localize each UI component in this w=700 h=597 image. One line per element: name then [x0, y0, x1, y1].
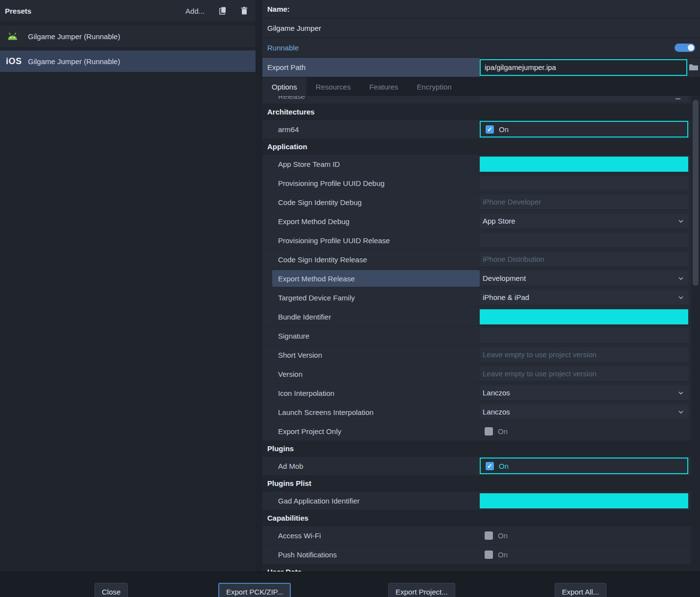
option-row-version[interactable]: VersionLeave empty to use project versio…	[262, 365, 691, 384]
dropdown-export-method-debug[interactable]: App Store	[480, 214, 688, 229]
option-row-provisioning-profile-uuid-debug[interactable]: Provisioning Profile UUID Debug	[262, 174, 691, 193]
option-row-code-sign-identity-debug[interactable]: Code Sign Identity DebugiPhone Developer	[262, 193, 691, 212]
option-value-cell: Lanczos	[480, 403, 691, 421]
export-all-button[interactable]: Export All...	[555, 583, 607, 597]
browse-path-button[interactable]	[687, 64, 700, 71]
presets-panel: Presets Add... Gilgame Jumper (Run	[0, 0, 256, 572]
checkbox-push-notifications[interactable]	[485, 551, 493, 559]
text-field-provisioning-profile-uuid-debug[interactable]	[480, 176, 688, 191]
option-row-release-partial: Release	[262, 96, 691, 104]
option-label-cell: Targeted Device Family	[262, 288, 480, 307]
dropdown-launch-screens-interpolation[interactable]: Lanczos	[480, 405, 688, 420]
field-placeholder: iPhone Distribution	[483, 255, 544, 263]
duplicate-icon	[218, 6, 227, 15]
field-placeholder: Leave empty to use project version	[483, 369, 597, 378]
option-label: Code Sign Identity Debug	[262, 198, 362, 207]
option-row-export-method-release[interactable]: Export Method ReleaseDevelopment	[262, 269, 691, 288]
option-label-cell: Bundle Identifier	[262, 307, 480, 326]
option-value-cell: Leave empty to use project version	[480, 365, 691, 383]
options-panel: Release Architecturesarm64✓OnApplication…	[262, 96, 700, 572]
name-label: Name:	[262, 0, 700, 19]
option-label: Provisioning Profile UUID Release	[262, 236, 390, 245]
export-path-input[interactable]: ipa/gilgamejumper.ipa	[480, 59, 687, 76]
option-label-cell: Provisioning Profile UUID Debug	[262, 174, 480, 192]
text-field-version[interactable]: Leave empty to use project version	[480, 367, 688, 382]
checkbox-access-wi-fi[interactable]	[485, 531, 493, 540]
checkbox-arm64[interactable]: ✓	[486, 125, 494, 134]
dropdown-export-method-release[interactable]: Development	[480, 271, 688, 286]
option-label-cell: Export Method Debug	[262, 212, 480, 230]
option-row-export-method-debug[interactable]: Export Method DebugApp Store	[262, 212, 691, 231]
option-row-push-notifications[interactable]: Push NotificationsOn	[262, 545, 691, 564]
duplicate-preset-button[interactable]	[216, 4, 229, 17]
text-field-code-sign-identity-debug[interactable]: iPhone Developer	[480, 195, 688, 210]
add-preset-button[interactable]: Add...	[183, 5, 208, 17]
option-value-cell: Leave empty to use project version	[480, 345, 691, 364]
option-label: Short Version	[262, 351, 322, 359]
preset-item-android[interactable]: Gilgame Jumper (Runnable)	[0, 25, 256, 47]
checkbox-state-label: On	[499, 125, 509, 134]
option-label-cell: Code Sign Identity Release	[262, 250, 480, 269]
name-input[interactable]: Gilgame Jumper	[262, 19, 700, 38]
runnable-label: Runnable	[267, 44, 299, 52]
option-row-export-project-only[interactable]: Export Project OnlyOn	[262, 422, 691, 441]
option-value-cell	[480, 231, 691, 250]
option-row-targeted-device-family[interactable]: Targeted Device FamilyiPhone & iPad	[262, 288, 691, 307]
tab-features[interactable]: Features	[360, 77, 407, 96]
checkbox-export-project-only[interactable]	[485, 427, 493, 436]
delete-preset-button[interactable]	[238, 4, 251, 17]
ios-icon: iOS	[6, 56, 22, 67]
option-row-gad-application-identifier[interactable]: Gad Application Identifier	[262, 491, 691, 510]
text-field-provisioning-profile-uuid-release[interactable]	[480, 233, 688, 248]
section-label: Plugins	[267, 444, 294, 453]
option-row-signature[interactable]: Signature	[262, 326, 691, 345]
option-row-app-store-team-id[interactable]: App Store Team ID	[262, 155, 691, 174]
value-box: On	[480, 528, 688, 544]
option-row-provisioning-profile-uuid-release[interactable]: Provisioning Profile UUID Release	[262, 231, 691, 250]
tab-resources[interactable]: Resources	[306, 77, 360, 96]
text-field-code-sign-identity-release[interactable]: iPhone Distribution	[480, 252, 688, 267]
text-field-short-version[interactable]: Leave empty to use project version	[480, 347, 688, 363]
option-row-launch-screens-interpolation[interactable]: Launch Screens InterpolationLanczos	[262, 403, 691, 422]
scrollbar-thumb[interactable]	[693, 100, 699, 286]
preset-item-ios[interactable]: iOSGilgame Jumper (Runnable)	[0, 50, 256, 72]
dropdown-value: Lanczos	[483, 389, 510, 397]
ios-icon-text: iOS	[6, 56, 22, 67]
text-field-app-store-team-id[interactable]	[480, 157, 688, 172]
text-field-bundle-identifier[interactable]	[480, 309, 688, 324]
checkbox-ad-mob[interactable]: ✓	[486, 462, 494, 470]
text-field-signature[interactable]	[480, 328, 688, 344]
export-pck-button[interactable]: Export PCK/ZIP...	[218, 583, 291, 597]
close-button[interactable]: Close	[94, 583, 128, 597]
export-dialog: Presets Add... Gilgame Jumper (Run	[0, 0, 700, 597]
checkbox-state-label: On	[498, 427, 508, 436]
option-row-short-version[interactable]: Short VersionLeave empty to use project …	[262, 345, 691, 365]
dropdown-icon-interpolation[interactable]: Lanczos	[480, 386, 688, 401]
option-row-ad-mob[interactable]: Ad Mob✓On	[262, 457, 691, 476]
option-row-access-wi-fi[interactable]: Access Wi-FiOn	[262, 526, 691, 545]
option-row-icon-interpolation[interactable]: Icon InterpolationLanczos	[262, 384, 691, 403]
dropdown-value: App Store	[483, 217, 515, 225]
option-label: Icon Interpolation	[262, 389, 334, 397]
export-project-button[interactable]: Export Project...	[388, 583, 455, 597]
text-field-gad-application-identifier[interactable]	[480, 493, 688, 508]
option-row-code-sign-identity-release[interactable]: Code Sign Identity ReleaseiPhone Distrib…	[262, 250, 691, 269]
option-label: Provisioning Profile UUID Debug	[262, 179, 385, 187]
highlighted-value-box: ✓On	[480, 458, 688, 474]
presets-title: Presets	[5, 7, 31, 15]
section-application: Application	[262, 139, 691, 155]
runnable-toggle[interactable]	[675, 44, 695, 52]
dropdown-targeted-device-family[interactable]: iPhone & iPad	[480, 290, 688, 305]
option-row-arm64[interactable]: arm64✓On	[262, 120, 691, 139]
tab-encryption[interactable]: Encryption	[408, 77, 461, 96]
options-scrollbar[interactable]	[691, 96, 700, 572]
option-row-bundle-identifier[interactable]: Bundle Identifier	[262, 307, 691, 326]
option-value-cell	[480, 174, 691, 192]
decrement-icon[interactable]	[676, 98, 680, 99]
section-label: Architectures	[267, 108, 315, 116]
section-user-data: User Data	[262, 564, 691, 572]
spinbox-field[interactable]	[480, 96, 688, 102]
option-label: arm64	[262, 125, 299, 134]
tab-options[interactable]: Options	[262, 77, 306, 96]
option-label: Code Sign Identity Release	[262, 255, 367, 264]
